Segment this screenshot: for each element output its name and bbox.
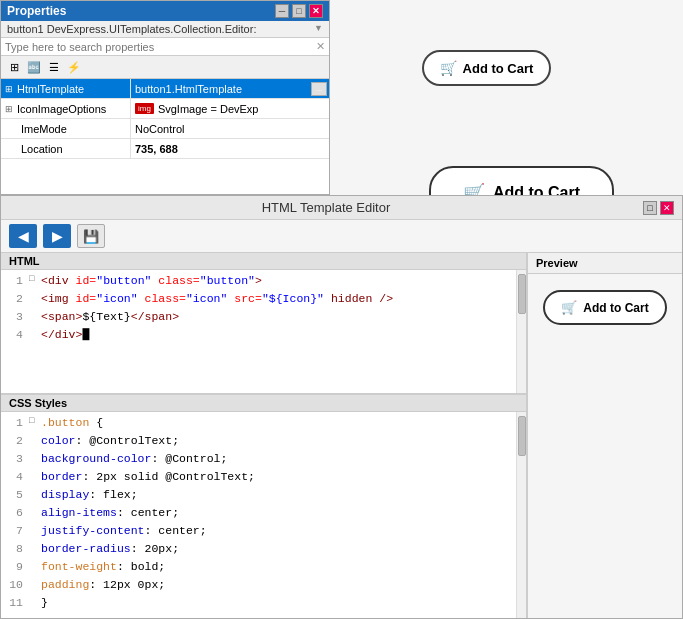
forward-button[interactable]: ▶ [43,224,71,248]
property-value-imemode: NoControl [131,119,329,138]
line-content: padding: 12px 0px; [41,578,512,591]
line-number: 1 [5,416,29,429]
event-icon[interactable]: ⚡ [65,58,83,76]
code-token: : center; [145,524,207,537]
code-token: span [48,310,76,323]
grid-view-icon[interactable]: ⊞ [5,58,23,76]
editor-preview-panel: Preview 🛒 Add to Cart [527,253,682,618]
property-row-iconimageoptions[interactable]: ⊞ IconImageOptions img SvgImage = DevExp [1,99,329,119]
code-token: } [41,596,48,609]
code-token: id= [69,292,97,305]
back-button[interactable]: ◀ [9,224,37,248]
save-button[interactable]: 💾 [77,224,105,248]
line-toggle[interactable]: □ [29,416,41,426]
line-number: 7 [5,524,29,537]
line-content: background-color: @Control; [41,452,512,465]
line-content: border: 2px solid @ControlText; [41,470,512,483]
property-row-imemode[interactable]: ImeMode NoControl [1,119,329,139]
line-content: border-radius: 20px; [41,542,512,555]
css-scrollbar-thumb[interactable] [518,416,526,456]
code-token: < [41,310,48,323]
properties-titlebar: Properties ─ □ ✕ [1,1,329,21]
editor-preview-label: Preview [528,253,682,274]
line-content: justify-content: center; [41,524,512,537]
code-token: hidden /> [324,292,393,305]
editor-preview-content: 🛒 Add to Cart [528,274,682,618]
category-icon[interactable]: ☰ [45,58,63,76]
html-code-block[interactable]: 1□ <div id="button" class="button">2 <im… [1,270,516,393]
code-token: color [41,434,76,447]
editor-preview-button[interactable]: 🛒 Add to Cart [543,290,666,325]
line-content: font-weight: bold; [41,560,512,573]
editor-window-controls: □ ✕ [643,201,674,215]
property-edit-button[interactable]: ... [311,82,327,96]
line-number: 3 [5,452,29,465]
titlebar-controls: ─ □ ✕ [275,4,323,18]
code-line: 8 border-radius: 20px; [1,542,516,560]
arrow-decoration [670,20,683,180]
code-token: padding [41,578,89,591]
code-token: : center; [117,506,179,519]
code-token: "button" [96,274,151,287]
code-token: class= [151,274,199,287]
editor-title: HTML Template Editor [9,200,643,215]
property-row-htmltemplate[interactable]: ⊞ HtmlTemplate button1.HtmlTemplate ... [1,79,329,99]
css-code-block[interactable]: 1□ .button {2 color: @ControlText;3 back… [1,412,516,618]
code-token: < [41,274,48,287]
expand-icon-2[interactable]: ⊞ [5,104,13,114]
expand-icon[interactable]: ⊞ [5,84,13,94]
line-number: 1 [5,274,29,287]
code-line: 3 background-color: @Control; [1,452,516,470]
line-number: 9 [5,560,29,573]
line-content: </div>█ [41,328,512,341]
close-button[interactable]: ✕ [309,4,323,18]
line-content: color: @ControlText; [41,434,512,447]
code-line: 3 <span>${Text}</span> [1,310,516,328]
code-token: border [41,470,82,483]
code-token: src= [227,292,262,305]
code-token: display [41,488,89,501]
code-line: 9 font-weight: bold; [1,560,516,578]
minimize-button[interactable]: ─ [275,4,289,18]
html-scrollbar-thumb[interactable] [518,274,526,314]
selected-info-text: button1 DevExpress.UITemplates.Collectio… [7,23,256,35]
property-value-htmltemplate: button1.HtmlTemplate ... [131,79,329,98]
code-line: 1□ .button { [1,416,516,434]
editor-maximize-button[interactable]: □ [643,201,657,215]
html-scrollbar[interactable] [516,270,526,393]
property-value-location: 735, 688 [131,139,329,158]
editor-titlebar: HTML Template Editor □ ✕ [1,196,682,220]
preview-small-button[interactable]: 🛒 Add to Cart [422,50,552,86]
dropdown-arrow[interactable]: ▼ [314,23,323,33]
maximize-button[interactable]: □ [292,4,306,18]
selected-component-info: button1 DevExpress.UITemplates.Collectio… [1,21,329,38]
code-line: 11 } [1,596,516,614]
code-token: img [48,292,69,305]
editor-body: HTML 1□ <div id="button" class="button">… [1,253,682,618]
line-toggle[interactable]: □ [29,274,41,284]
code-line: 4 </div>█ [1,328,516,346]
code-token: justify-content [41,524,145,537]
properties-toolbar: ⊞ 🔤 ☰ ⚡ [1,56,329,79]
code-token: : flex; [89,488,137,501]
search-input[interactable] [5,41,316,53]
search-clear-button[interactable]: ✕ [316,40,325,53]
small-btn-label: Add to Cart [463,61,534,76]
css-scrollbar[interactable] [516,412,526,618]
code-token: "button" [200,274,255,287]
code-line: 5 display: flex; [1,488,516,506]
code-token: div [48,274,69,287]
code-sections: HTML 1□ <div id="button" class="button">… [1,253,526,618]
editor-close-button[interactable]: ✕ [660,201,674,215]
code-line: 6 align-items: center; [1,506,516,524]
editor-preview-button-text: Add to Cart [583,301,648,315]
code-token: id= [69,274,97,287]
prop-value-text-3: NoControl [135,123,185,135]
code-token: █ [82,328,89,341]
code-token: .button [41,416,89,429]
alpha-sort-icon[interactable]: 🔤 [25,58,43,76]
prop-value-text: button1.HtmlTemplate [135,83,242,95]
code-token: : @Control; [151,452,227,465]
line-number: 6 [5,506,29,519]
property-row-location[interactable]: Location 735, 688 [1,139,329,159]
